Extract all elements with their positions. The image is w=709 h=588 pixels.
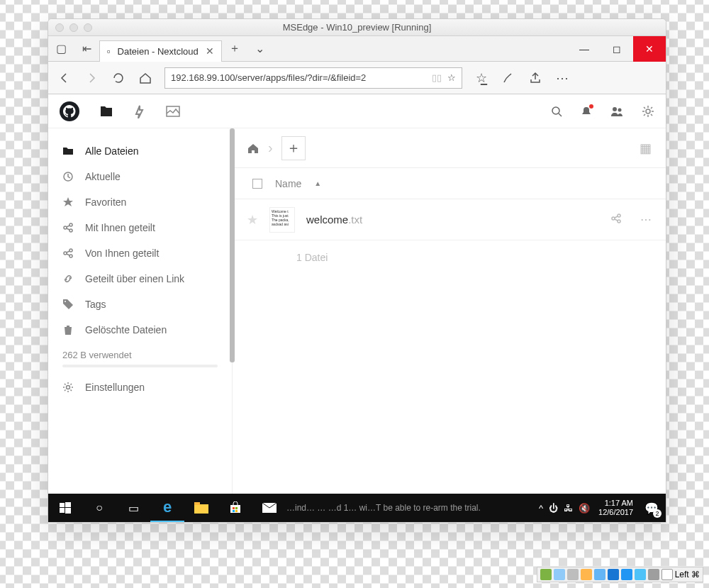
notifications-icon[interactable]: [581, 106, 592, 117]
settings-gear-icon[interactable]: [642, 105, 654, 118]
notes-icon[interactable]: [501, 70, 516, 86]
svg-point-3: [618, 108, 622, 111]
sidebar-item-trash[interactable]: Gelöschte Dateien: [48, 317, 232, 343]
search-icon[interactable]: [551, 106, 562, 117]
start-button[interactable]: [48, 494, 82, 522]
browser-tab[interactable]: ▫ Dateien - Nextcloud ✕: [99, 40, 222, 62]
svg-rect-25: [235, 507, 238, 509]
list-header: Name ▲: [233, 168, 666, 199]
mac-minimize-button[interactable]: [69, 23, 78, 32]
vb-icon[interactable]: [567, 569, 579, 580]
svg-point-10: [64, 252, 67, 255]
refresh-button[interactable]: [111, 70, 126, 86]
sidebar-item-label: Alle Dateien: [85, 145, 139, 157]
breadcrumb-separator-icon: ›: [268, 140, 273, 156]
share-icon[interactable]: [527, 70, 543, 86]
files-app-icon[interactable]: [99, 105, 113, 118]
file-thumbnail: Welcome t This is just The packa, asdsad…: [269, 207, 295, 233]
tray-chevron-icon[interactable]: ^: [539, 503, 543, 514]
sidebar-item-shared-by-link[interactable]: Geteilt über einen Link: [48, 266, 232, 292]
address-bar[interactable]: 192.168.99.100/server/apps/files/?dir=/&…: [164, 67, 462, 89]
vb-icon[interactable]: [648, 569, 659, 580]
window-minimize-button[interactable]: —: [568, 36, 601, 62]
sidebar: Alle Dateien Aktuelle Favoriten Mit Ihne…: [48, 128, 233, 494]
forward-button[interactable]: [84, 70, 99, 86]
storage-usage: 262 B verwendet: [48, 343, 232, 375]
vb-icon[interactable]: [594, 569, 605, 580]
sort-arrow-icon: ▲: [314, 179, 321, 187]
more-actions-icon[interactable]: ⋯: [640, 213, 652, 226]
sidebar-item-all-files[interactable]: Alle Dateien: [48, 138, 232, 164]
tab-menu-icon[interactable]: ⌄: [247, 36, 273, 62]
new-button[interactable]: ＋: [281, 136, 306, 160]
volume-icon[interactable]: 🔇: [579, 503, 590, 514]
cortana-button[interactable]: ○: [82, 494, 116, 522]
vb-icon[interactable]: [581, 569, 592, 580]
contacts-icon[interactable]: [610, 106, 623, 117]
edge-toolbar: 192.168.99.100/server/apps/files/?dir=/&…: [48, 62, 666, 94]
new-tab-button[interactable]: ＋: [222, 36, 247, 62]
svg-point-13: [67, 386, 70, 389]
select-all-checkbox[interactable]: [252, 179, 262, 189]
traffic-lights: [55, 23, 92, 32]
set-tabs-aside-icon[interactable]: ⇤: [74, 36, 99, 62]
svg-rect-18: [65, 502, 71, 507]
favorite-toggle-icon[interactable]: ★: [247, 212, 258, 228]
store-taskbar-icon[interactable]: [218, 494, 252, 522]
gallery-app-icon[interactable]: [166, 106, 180, 117]
window-close-button[interactable]: ✕: [633, 36, 666, 62]
file-name[interactable]: welcome.txt: [306, 213, 362, 226]
svg-point-1: [552, 107, 559, 114]
vb-icon[interactable]: [635, 569, 646, 580]
favorites-icon[interactable]: ☆̲: [474, 70, 489, 86]
svg-rect-26: [233, 510, 235, 512]
vb-icon[interactable]: [540, 569, 552, 580]
taskbar-clock[interactable]: 1:17 AM 12/6/2017: [594, 499, 637, 517]
file-row[interactable]: ★ Welcome t This is just The packa, asds…: [233, 199, 666, 240]
window-maximize-button[interactable]: ◻: [601, 36, 633, 62]
sidebar-item-recent[interactable]: Aktuelle: [48, 164, 232, 189]
mac-close-button[interactable]: [55, 23, 64, 32]
svg-point-4: [646, 109, 650, 113]
tabs-aside-icon[interactable]: ▢: [48, 36, 74, 62]
column-name[interactable]: Name: [275, 178, 301, 189]
more-icon[interactable]: ⋯: [554, 70, 570, 86]
vb-icon[interactable]: [608, 569, 619, 580]
edge-taskbar-icon[interactable]: e: [150, 494, 184, 522]
sidebar-item-shared-by-you[interactable]: Von Ihnen geteilt: [48, 240, 232, 266]
tab-close-icon[interactable]: ✕: [206, 45, 214, 57]
sidebar-item-label: Gelöschte Dateien: [85, 324, 167, 335]
task-view-button[interactable]: ▭: [116, 494, 150, 522]
sidebar-settings[interactable]: Einstellungen: [48, 375, 232, 400]
vb-icon[interactable]: [661, 569, 673, 580]
app-logo[interactable]: [60, 101, 79, 121]
vb-icon[interactable]: [554, 569, 565, 580]
svg-point-11: [69, 255, 72, 257]
favorite-star-icon[interactable]: ☆: [447, 72, 456, 83]
network-icon[interactable]: 🖧: [564, 503, 573, 514]
back-button[interactable]: [57, 70, 72, 86]
svg-point-12: [65, 301, 66, 302]
mac-zoom-button[interactable]: [84, 23, 92, 32]
power-icon[interactable]: ⏻: [549, 503, 558, 514]
sidebar-item-tags[interactable]: Tags: [48, 292, 232, 317]
share-icon[interactable]: [610, 213, 622, 226]
tab-title: Dateien - Nextcloud: [118, 46, 199, 57]
action-center-button[interactable]: 💬2: [637, 494, 666, 522]
reading-view-icon[interactable]: ▯▯: [432, 72, 442, 83]
sidebar-item-favorites[interactable]: Favoriten: [48, 189, 232, 215]
home-button[interactable]: [138, 70, 153, 86]
sidebar-item-label: Aktuelle: [85, 171, 121, 182]
system-tray[interactable]: ^ ⏻ 🖧 🔇: [535, 503, 594, 514]
activity-app-icon[interactable]: [133, 104, 146, 118]
svg-point-7: [64, 226, 67, 229]
address-text: 192.168.99.100/server/apps/files/?dir=/&…: [171, 72, 426, 83]
grid-view-icon[interactable]: ▦: [640, 140, 652, 156]
svg-point-16: [618, 220, 620, 223]
clock-time: 1:17 AM: [598, 499, 633, 508]
sidebar-item-shared-with-you[interactable]: Mit Ihnen geteilt: [48, 215, 232, 240]
home-icon[interactable]: [247, 142, 259, 155]
explorer-taskbar-icon[interactable]: [184, 494, 218, 522]
mail-taskbar-icon[interactable]: [252, 494, 286, 522]
vb-icon[interactable]: [621, 569, 632, 580]
